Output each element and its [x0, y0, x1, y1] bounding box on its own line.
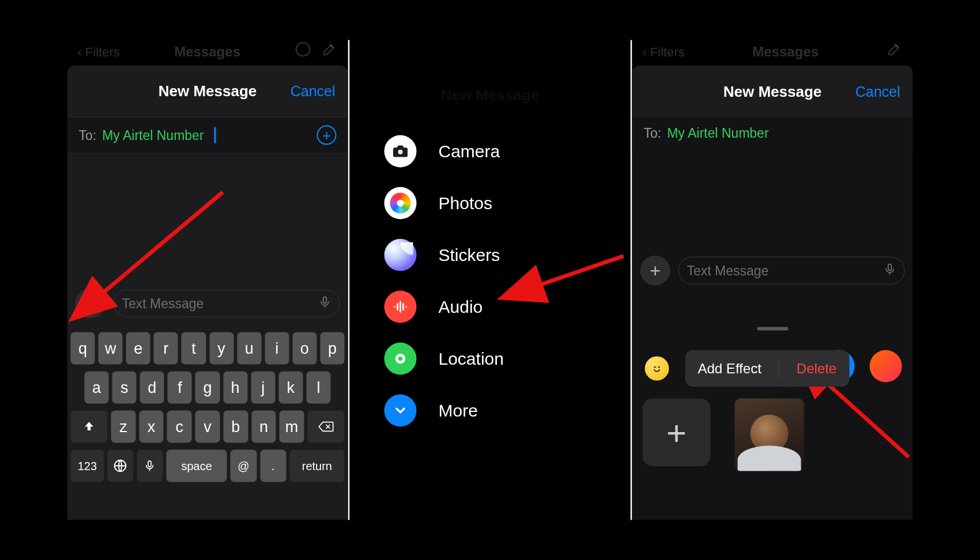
svg-point-11 — [654, 366, 655, 368]
emoji-tab-icon[interactable] — [645, 357, 669, 381]
key-x[interactable]: x — [139, 411, 164, 443]
tutorial-three-screens: ‹ Filters Messages New Message Cancel To… — [67, 40, 913, 520]
key-j[interactable]: j — [251, 372, 275, 404]
to-field[interactable]: To: My Airtel Number — [632, 118, 913, 149]
return-key[interactable]: return — [289, 450, 344, 482]
menu-label: Location — [439, 349, 504, 369]
key-m[interactable]: m — [280, 411, 304, 443]
key-q[interactable]: q — [71, 332, 95, 365]
menu-label: Photos — [439, 194, 492, 213]
bg-title: Messages — [752, 44, 819, 60]
plus-attachments-button[interactable]: + — [640, 256, 670, 286]
menu-label: Stickers — [439, 245, 500, 265]
cancel-button[interactable]: Cancel — [855, 83, 900, 100]
recipient-chip[interactable]: My Airtel Number — [102, 127, 203, 143]
key-z[interactable]: z — [111, 411, 136, 443]
key-s[interactable]: s — [112, 372, 137, 404]
key-n[interactable]: n — [251, 411, 276, 443]
key-a[interactable]: a — [85, 372, 109, 404]
space-key[interactable]: space — [167, 450, 227, 482]
key-p[interactable]: p — [320, 332, 344, 365]
key-h[interactable]: h — [223, 372, 247, 404]
menu-photos[interactable]: Photos — [385, 187, 631, 220]
dimmed-modal-title: New Message — [441, 86, 540, 104]
svg-point-12 — [658, 366, 659, 368]
key-r[interactable]: r — [154, 332, 178, 365]
key-d[interactable]: d — [140, 372, 164, 404]
menu-location[interactable]: Location — [385, 343, 631, 375]
message-placeholder: Text Message — [687, 263, 884, 278]
user-sticker-thumbnail[interactable] — [735, 399, 804, 471]
menu-label: More — [439, 401, 478, 421]
recipient-chip[interactable]: My Airtel Number — [667, 126, 768, 141]
camera-icon — [385, 135, 417, 168]
menu-more[interactable]: More — [385, 395, 631, 427]
mic-icon[interactable] — [319, 295, 331, 312]
svg-rect-4 — [148, 461, 151, 467]
drawer-drag-handle[interactable] — [757, 327, 788, 331]
key-y[interactable]: y — [209, 332, 233, 365]
message-input[interactable]: Text Message — [679, 257, 905, 285]
app-tab[interactable] — [870, 350, 902, 383]
modal-title: New Message — [159, 82, 257, 100]
svg-line-2 — [96, 192, 223, 299]
key-l[interactable]: l — [306, 372, 330, 404]
to-field[interactable]: To: My Airtel Number + — [67, 118, 348, 154]
message-input[interactable]: Text Message — [114, 290, 340, 317]
key-o[interactable]: o — [292, 332, 316, 365]
dot-key[interactable]: . — [260, 450, 286, 482]
at-key[interactable]: @ — [231, 450, 257, 482]
modal-header: New Message Cancel — [632, 66, 913, 118]
chevron-left-icon: ‹ — [78, 45, 82, 60]
key-t[interactable]: t — [182, 332, 206, 365]
compose-bar: + Text Message — [632, 256, 913, 286]
modal-title: New Message — [723, 82, 822, 100]
svg-rect-10 — [888, 264, 892, 270]
menu-camera[interactable]: Camera — [385, 135, 631, 168]
screen-3-sticker-context: ‹ Filters Messages New Message Cancel To… — [632, 40, 913, 520]
key-f[interactable]: f — [168, 372, 192, 404]
popover-arrow-icon — [781, 386, 794, 387]
key-w[interactable]: w — [99, 332, 123, 365]
add-effect-button[interactable]: Add Effect — [698, 361, 762, 377]
menu-label: Camera — [439, 142, 500, 161]
svg-rect-1 — [323, 297, 327, 303]
new-message-modal: New Message Cancel To: My Airtel Number … — [632, 66, 913, 520]
key-i[interactable]: i — [265, 332, 289, 365]
mic-icon[interactable] — [884, 262, 896, 279]
shift-key[interactable] — [71, 411, 108, 443]
menu-stickers[interactable]: Stickers — [385, 239, 631, 271]
key-v[interactable]: v — [195, 411, 220, 443]
text-cursor — [214, 127, 216, 143]
menu-audio[interactable]: Audio — [385, 291, 631, 323]
to-label: To: — [79, 127, 97, 143]
screen-1-compose: ‹ Filters Messages New Message Cancel To… — [67, 40, 348, 520]
cancel-button[interactable]: Cancel — [291, 83, 336, 100]
dictation-key[interactable] — [137, 450, 163, 482]
add-sticker-button[interactable]: + — [643, 399, 711, 467]
key-k[interactable]: k — [278, 372, 303, 404]
key-u[interactable]: u — [237, 332, 261, 365]
delete-button[interactable]: Delete — [797, 361, 836, 377]
ios-keyboard[interactable]: qwertyuiop asdfghjkl zxcvbnm 123 — [67, 327, 348, 520]
numbers-key[interactable]: 123 — [71, 450, 104, 482]
more-icon — [385, 395, 417, 427]
key-b[interactable]: b — [223, 411, 248, 443]
info-icon — [295, 41, 311, 60]
stickers-icon — [385, 239, 417, 271]
key-g[interactable]: g — [195, 372, 220, 404]
add-recipient-button[interactable]: + — [317, 126, 337, 145]
location-icon — [385, 343, 417, 375]
key-e[interactable]: e — [126, 332, 150, 365]
key-c[interactable]: c — [167, 411, 192, 443]
attachments-menu: Camera Photos Stickers Audio Locatio — [350, 135, 631, 427]
context-separator — [779, 358, 779, 379]
globe-key[interactable] — [107, 450, 133, 482]
svg-line-13 — [820, 377, 909, 457]
context-menu: Add Effect Delete — [685, 350, 850, 387]
bg-nav-dimmed: ‹ Filters Messages — [67, 40, 348, 65]
plus-attachments-button[interactable]: + — [76, 289, 105, 319]
backspace-key[interactable] — [307, 411, 344, 443]
filters-label: Filters — [85, 45, 120, 60]
modal-header: New Message Cancel — [67, 66, 348, 118]
